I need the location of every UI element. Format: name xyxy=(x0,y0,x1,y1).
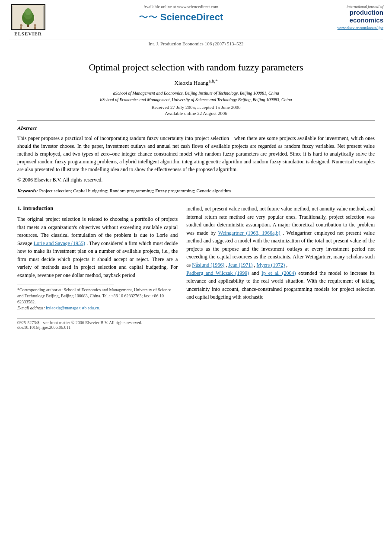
sd-wave-icon: 〜〜 xyxy=(139,11,158,24)
footnote-text: *Corresponding author at: School of Econ… xyxy=(17,287,178,305)
keywords-line: Keywords: Project selection; Capital bud… xyxy=(17,188,375,193)
journal-url[interactable]: www.elsevier.com/locate/ijpe xyxy=(314,25,383,30)
divider-keywords xyxy=(17,197,375,198)
sciencedirect-logo: 〜〜 ScienceDirect xyxy=(56,11,306,24)
ip-link[interactable]: Ip et al. (2004) xyxy=(261,270,296,276)
column-left: 1. Introduction The original project sel… xyxy=(17,205,178,311)
article-title: Optimal project selection with random fu… xyxy=(17,61,375,74)
affiliation-b: bSchool of Economics and Management, Uni… xyxy=(17,96,375,103)
author-superscript: a,b,* xyxy=(209,78,218,83)
footnote: *Corresponding author at: School of Econ… xyxy=(17,287,178,311)
journal-info: international journal of productionecono… xyxy=(314,4,383,30)
svg-point-6 xyxy=(20,24,22,27)
email-label: E-mail address: xyxy=(17,306,45,310)
header: ELSEVIER Available online at www.science… xyxy=(0,0,392,49)
svg-point-5 xyxy=(25,8,31,15)
elsevier-label: ELSEVIER xyxy=(14,31,42,36)
footer-doi: doi:10.1016/j.ijpe.2006.06.011 xyxy=(17,325,375,330)
journal-title: productioneconomics xyxy=(314,9,383,24)
myers-link[interactable]: Myers (1972) xyxy=(257,262,285,268)
elsevier-logo: ELSEVIER xyxy=(9,4,48,36)
email-address[interactable]: hxiaoxia@manage.ustb.edu.cn. xyxy=(46,306,100,310)
jean-link[interactable]: Jean (1971) xyxy=(228,262,252,268)
available-online-text: Available online at www.sciencedirect.co… xyxy=(56,4,306,9)
keywords-text: Project selection; Capital budgeting; Ra… xyxy=(39,188,231,193)
lorie-savage-link[interactable]: Lorie and Savage (1955) xyxy=(34,240,85,246)
elsevier-tree-icon xyxy=(13,6,44,29)
author-name: Xiaoxia Huang xyxy=(174,80,208,86)
sciencedirect-brand: ScienceDirect xyxy=(160,12,223,23)
page: ELSEVIER Available online at www.science… xyxy=(0,0,392,535)
svg-rect-7 xyxy=(20,27,22,29)
received-date: Received 27 July 2005; accepted 15 June … xyxy=(17,105,375,110)
footnote-divider xyxy=(17,284,114,284)
weingartner-link[interactable]: Weingartner (1963, 1966a,b) xyxy=(218,230,280,236)
padberg-link[interactable]: Padberg and Wilczak (1999) xyxy=(186,270,249,276)
article-body: Optimal project selection with random fu… xyxy=(0,49,392,338)
column-right: method, net present value method, net fu… xyxy=(186,205,375,311)
abstract-text: This paper proposes a practical tool of … xyxy=(17,134,375,173)
authors: Xiaoxia Huanga,b,* xyxy=(17,78,375,86)
naslung-link[interactable]: Nåslund (1966) xyxy=(192,262,224,268)
elsevier-logo-box xyxy=(11,4,45,30)
footnote-email: E-mail address: hxiaoxia@manage.ustb.edu… xyxy=(17,305,178,311)
affiliations: aSchool of Management and Economics, Bei… xyxy=(17,90,375,103)
sciencedirect-center: Available online at www.sciencedirect.co… xyxy=(48,4,314,24)
divider-top xyxy=(17,120,375,121)
two-column-layout: 1. Introduction The original project sel… xyxy=(17,205,375,311)
svg-point-8 xyxy=(34,24,36,27)
and1: and xyxy=(252,270,261,276)
journal-intl-label: international journal of xyxy=(314,4,383,9)
journal-reference: Int. J. Production Economics 106 (2007) … xyxy=(9,39,383,46)
svg-rect-9 xyxy=(34,27,36,29)
footer-bar: 0925-5273/$ - see front matter © 2006 El… xyxy=(17,318,375,330)
footer-issn: 0925-5273/$ - see front matter © 2006 El… xyxy=(17,320,375,325)
intro-section-title: Introduction xyxy=(23,205,54,211)
intro-right-para1: method, net present value method, net fu… xyxy=(186,205,375,301)
affiliation-a: aSchool of Management and Economics, Bei… xyxy=(17,90,375,96)
intro-left-para1: The original project selection is relate… xyxy=(17,215,178,280)
abstract-title: Abstract xyxy=(17,125,375,132)
available-date: Available online 22 August 2006 xyxy=(17,111,375,116)
abstract-section: Abstract This paper proposes a practical… xyxy=(17,125,375,184)
intro-section-number: 1. xyxy=(17,205,22,211)
copyright: © 2006 Elsevier B.V. All rights reserved… xyxy=(17,176,375,184)
intro-title: 1. Introduction xyxy=(17,205,178,212)
comma3: , xyxy=(286,262,287,268)
keywords-label: Keywords: xyxy=(17,188,38,193)
